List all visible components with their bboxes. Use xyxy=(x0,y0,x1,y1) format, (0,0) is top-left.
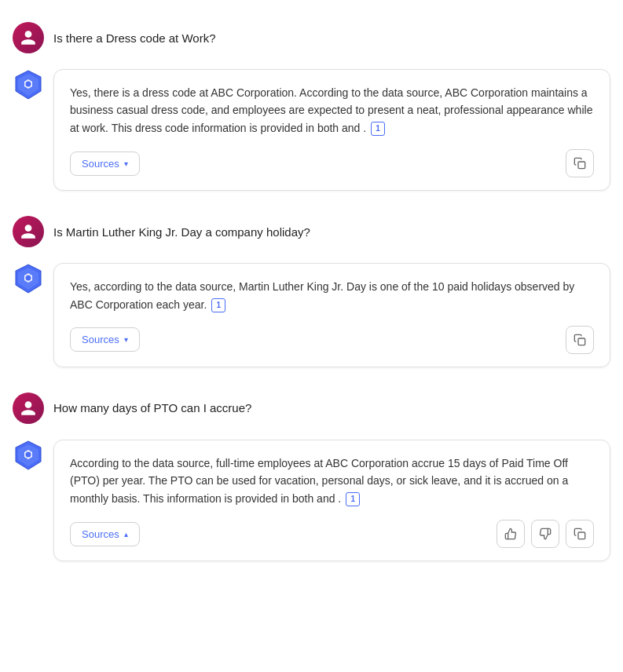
conversation-container: Is there a Dress code at Work? Yes, ther… xyxy=(13,16,610,580)
svg-point-10 xyxy=(26,451,31,457)
svg-point-6 xyxy=(26,276,31,281)
citation-2: 1 xyxy=(211,298,225,312)
bot-text-2: Yes, according to the data source, Marti… xyxy=(70,278,594,313)
bot-avatar-1 xyxy=(13,69,44,100)
svg-point-2 xyxy=(26,82,31,87)
chevron-up-icon-3: ▴ xyxy=(124,530,128,539)
bot-message-2: Yes, according to the data source, Marti… xyxy=(13,263,610,367)
message-group-3: How many days of PTO can I accrue? Accor… xyxy=(13,386,610,574)
chevron-down-icon-1: ▾ xyxy=(124,159,128,168)
sources-label-1: Sources xyxy=(82,158,119,170)
citation-1: 1 xyxy=(371,122,385,136)
sources-button-1[interactable]: Sources ▾ xyxy=(70,152,140,176)
chevron-down-icon-2: ▾ xyxy=(124,335,128,344)
bot-avatar-3 xyxy=(13,440,44,471)
action-icons-3 xyxy=(497,520,594,548)
user-message-3: How many days of PTO can I accrue? xyxy=(13,386,610,430)
bot-message-3: According to the data source, full-time … xyxy=(13,440,610,561)
action-icons-1 xyxy=(566,149,594,177)
user-avatar-3 xyxy=(13,393,44,424)
svg-rect-3 xyxy=(578,162,585,169)
thumbup-button-3[interactable] xyxy=(497,520,525,548)
user-avatar-1 xyxy=(13,22,44,53)
copy-button-1[interactable] xyxy=(566,149,594,177)
user-message-1: Is there a Dress code at Work? xyxy=(13,16,610,60)
bot-message-1: Yes, there is a dress code at ABC Corpor… xyxy=(13,69,610,191)
bot-bubble-1: Yes, there is a dress code at ABC Corpor… xyxy=(53,69,610,191)
citation-3: 1 xyxy=(346,492,360,506)
copy-button-3[interactable] xyxy=(566,520,594,548)
message-group-2: Is Martin Luther King Jr. Day a company … xyxy=(13,210,610,380)
thumbdown-button-3[interactable] xyxy=(531,520,559,548)
bot-text-1: Yes, there is a dress code at ABC Corpor… xyxy=(70,84,594,137)
bot-footer-3: Sources ▴ xyxy=(70,520,594,548)
user-avatar-2 xyxy=(13,216,44,247)
svg-rect-11 xyxy=(578,532,585,539)
action-icons-2 xyxy=(566,326,594,354)
bot-bubble-3: According to the data source, full-time … xyxy=(53,440,610,561)
sources-label-3: Sources xyxy=(82,528,119,540)
message-group-1: Is there a Dress code at Work? Yes, ther… xyxy=(13,16,610,203)
bot-bubble-2: Yes, according to the data source, Marti… xyxy=(53,263,610,367)
bot-footer-1: Sources ▾ xyxy=(70,149,594,177)
copy-button-2[interactable] xyxy=(566,326,594,354)
user-message-2: Is Martin Luther King Jr. Day a company … xyxy=(13,210,610,254)
user-question-2: Is Martin Luther King Jr. Day a company … xyxy=(53,225,310,239)
sources-button-3[interactable]: Sources ▴ xyxy=(70,522,140,546)
user-question-3: How many days of PTO can I accrue? xyxy=(53,401,251,415)
bot-avatar-2 xyxy=(13,263,44,294)
bot-text-3: According to the data source, full-time … xyxy=(70,455,594,507)
user-question-1: Is there a Dress code at Work? xyxy=(53,31,215,45)
bot-footer-2: Sources ▾ xyxy=(70,326,594,354)
sources-label-2: Sources xyxy=(82,334,119,345)
sources-button-2[interactable]: Sources ▾ xyxy=(70,327,140,352)
svg-rect-7 xyxy=(578,338,585,345)
